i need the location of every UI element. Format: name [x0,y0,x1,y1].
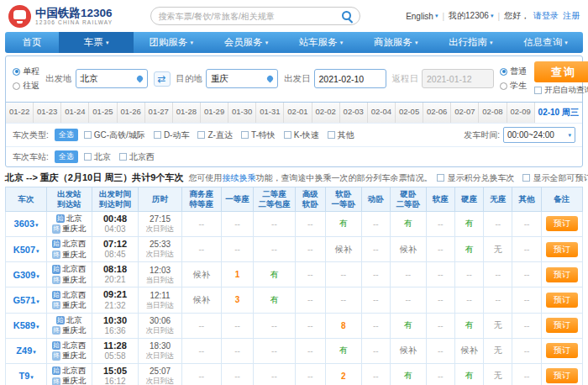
date-tab-02-05[interactable]: 02-05 [396,103,423,123]
seat-availability: -- [512,262,541,287]
query-button[interactable]: 查询 [534,61,588,82]
book-button[interactable]: 预订 [546,343,578,358]
normal-radio[interactable]: 普通 [500,66,527,77]
seat-availability: -- [254,236,295,261]
seat-availability[interactable]: 候补 [390,236,426,261]
train-type-checkbox-5[interactable]: 其他 [328,129,354,141]
points-trains-checkbox[interactable]: 显示积分兑换车次 [437,172,514,184]
date-tab-selected[interactable]: 02-10 周三 [535,103,582,123]
auto-query-checkbox[interactable]: 开启自动查询 [534,85,588,96]
transfer-tip: 您可使用接续换乘功能，查询途中换乘一次的部分列车余票情况。 [188,172,432,184]
train-type-checkbox-3[interactable]: T-特快 [241,129,276,141]
date-tab-02-02[interactable]: 02-02 [312,103,340,123]
date-tab-01-30[interactable]: 01-30 [228,103,256,123]
seat-availability[interactable]: 候补 [325,236,361,261]
date-tab-01-27[interactable]: 01-27 [145,103,173,123]
nav-item-4[interactable]: 站车服务▾ [284,32,359,53]
nav-item-6[interactable]: 出行指南▾ [433,32,508,53]
select-all-stations-button[interactable]: 全选 [55,150,78,163]
station-checkbox-0[interactable]: 北京 [84,151,111,163]
train-number-link[interactable]: K507▾ [13,245,39,255]
date-tab-01-26[interactable]: 01-26 [118,103,145,123]
login-link[interactable]: 请登录 [533,10,559,22]
seat-availability[interactable]: 候补 [390,338,426,363]
to-input[interactable]: 重庆 [206,69,278,88]
date-tab-02-06[interactable]: 02-06 [423,103,451,123]
language-menu[interactable]: English▾ [406,12,438,21]
nav-item-2[interactable]: 团购服务▾ [134,32,208,53]
train-row-K589: K589▾始北京终重庆北10:3016:3630:06次日到达--------8… [6,313,583,338]
train-type-checkbox-4[interactable]: K-快速 [284,129,319,141]
date-tab-01-23[interactable]: 01-23 [34,103,61,123]
date-tab-02-08[interactable]: 02-08 [479,103,507,123]
train-number-link[interactable]: G309▾ [13,270,39,280]
train-number-link[interactable]: Z49▾ [16,345,35,356]
date-tab-01-29[interactable]: 01-29 [201,103,228,123]
book-button[interactable]: 预订 [546,242,578,257]
seat-availability[interactable]: 候补 [181,262,221,287]
roundtrip-radio[interactable]: 往返 [13,80,39,92]
train-number-link[interactable]: K589▾ [13,320,39,330]
date-tab-02-01[interactable]: 02-01 [284,103,312,123]
swap-stations-button[interactable]: ⇄ [154,71,171,87]
nav-item-7[interactable]: 信息查询▾ [508,32,583,53]
date-tab-01-28[interactable]: 01-28 [173,103,201,123]
register-link[interactable]: 注册 [563,10,580,22]
station-filter-label: 车次车站: [13,151,49,163]
date-tab-02-09[interactable]: 02-09 [507,103,535,123]
location-pin-icon [266,75,275,83]
chevron-down-icon: ▾ [36,273,39,279]
station-checkbox-1[interactable]: 北京西 [119,151,155,163]
seat-availability: -- [221,363,254,385]
badge-start-icon: 始 [52,265,60,273]
select-all-train-types-button[interactable]: 全选 [55,129,78,141]
seat-availability[interactable]: 候补 [181,287,221,313]
student-radio[interactable]: 学生 [500,80,527,92]
train-row-G571: G571▾始北京西终重庆北09:2121:3212:11当日到达候补3有----… [6,287,583,313]
from-input[interactable]: 北京 [76,69,148,88]
seat-availability[interactable]: 候补 [454,338,483,363]
chevron-down-icon: ▾ [491,13,494,19]
bookable-trains-checkbox[interactable]: 显示全部可预订车次 [522,172,588,184]
depart-date-input[interactable]: 2021-02-10 [314,69,386,88]
date-tab-02-04[interactable]: 02-04 [368,103,396,123]
depart-time-select[interactable]: 00:00~24:00 ▾ [503,127,575,143]
date-tab-01-24[interactable]: 01-24 [61,103,89,123]
seat-availability: -- [484,211,512,236]
seat-availability: -- [426,236,454,261]
date-tab-01-25[interactable]: 01-25 [89,103,117,123]
book-button[interactable]: 预订 [546,293,578,308]
train-type-checkbox-0[interactable]: GC-高铁/城际 [84,129,145,141]
book-button[interactable]: 预订 [546,267,578,282]
nav-item-5[interactable]: 商旅服务▾ [359,32,433,53]
nav-item-1[interactable]: 车票▾ [59,32,134,53]
search-input[interactable] [158,12,341,21]
book-button[interactable]: 预订 [546,318,578,333]
train-number-link[interactable]: 3603▾ [14,219,39,229]
book-button[interactable]: 预订 [546,368,578,383]
train-type-checkbox-2[interactable]: Z-直达 [197,129,232,141]
column-header-6: 二等座 二等包座 [254,187,295,212]
site-logo[interactable]: 中国铁路12306 12306 CHINA RAILWAY [8,5,113,28]
date-tab-01-22[interactable]: 01-22 [6,103,34,123]
date-tab-02-07[interactable]: 02-07 [451,103,479,123]
oneway-radio[interactable]: 单程 [13,66,39,77]
train-number-link[interactable]: G571▾ [13,295,39,305]
nav-item-0[interactable]: 首页 [5,32,59,53]
search-icon[interactable] [341,10,353,22]
nav-item-3[interactable]: 会员服务▾ [208,32,283,53]
badge-start-icon: 始 [56,316,65,324]
train-number-link[interactable]: T9▾ [18,371,33,381]
date-tab-01-31[interactable]: 01-31 [256,103,284,123]
my-12306-menu[interactable]: 我的12306▾ [449,10,493,22]
transfer-link[interactable]: 接续换乘 [222,173,255,182]
train-number-cell: Z49▾ [6,338,47,363]
train-type-checkbox-1[interactable]: D-动车 [154,129,190,141]
depart-time: 00:48 [92,214,139,224]
arrive-time: 08:45 [92,250,139,260]
date-tab-02-03[interactable]: 02-03 [340,103,368,123]
train-table-body: 3603▾始北京终重庆北00:4804:0327:15次日到达--------有… [6,211,583,385]
book-cell: 预订 [541,211,582,236]
book-button[interactable]: 预订 [546,216,578,231]
chevron-down-icon: ▾ [435,13,438,19]
